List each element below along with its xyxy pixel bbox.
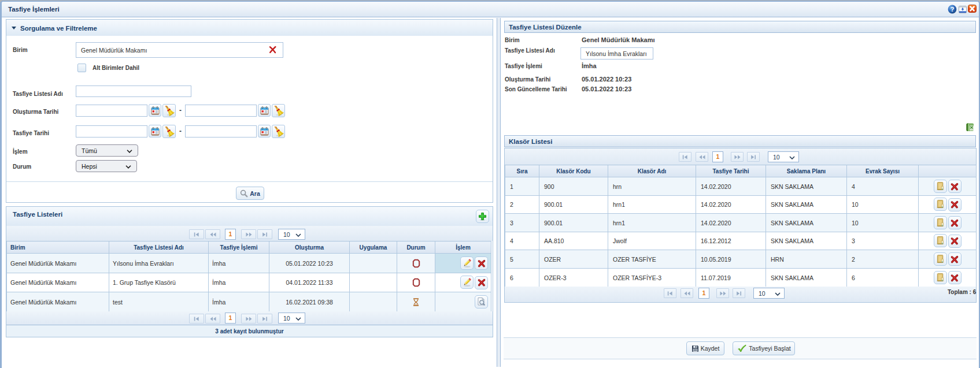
svg-text:?: ? — [951, 6, 955, 13]
